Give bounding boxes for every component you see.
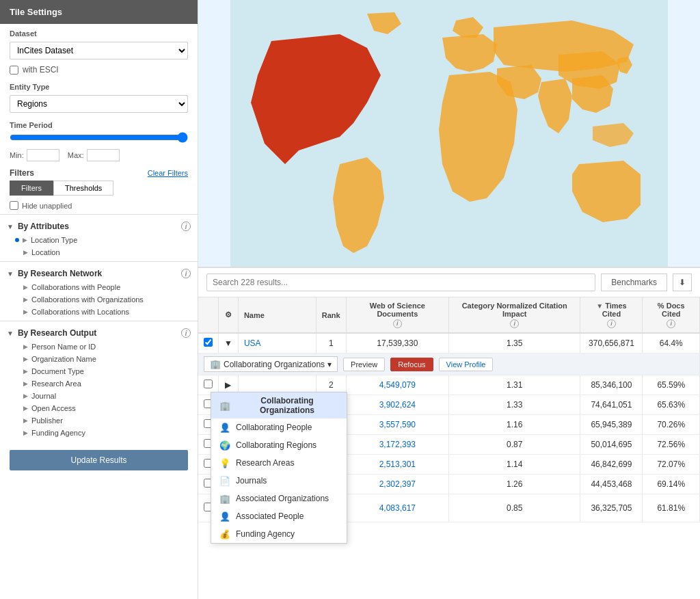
update-results-button[interactable]: Update Results [10,450,188,470]
dataset-select[interactable]: InCites Dataset [10,42,188,59]
with-esci-row: with ESCI [0,62,198,77]
time-slider [0,131,198,148]
collab-dropdown-wrapper: 🏢 Collaborating Organizations ▾ 🏢 Collab… [204,356,338,372]
popup-item-collab-regions[interactable]: 🌍 Collaborating Regions [211,436,347,454]
tab-filters[interactable]: Filters [10,181,53,196]
by-attributes-info-icon: i [181,222,191,231]
popup-item-assoc-people[interactable]: 👤 Associated People [211,507,347,525]
sort-arrow-icon[interactable]: ▼ [596,302,603,310]
filter-collabs-orgs[interactable]: ▶ Collaborations with Organizations [0,293,198,306]
filter-journal[interactable]: ▶ Journal [0,390,198,402]
row-rank-cell: 1 [316,333,346,354]
min-year-input[interactable]: 1980 [27,149,59,161]
with-esci-checkbox[interactable] [10,66,18,75]
download-button[interactable]: ⬇ [673,274,692,291]
tri-1: ▶ [23,237,27,243]
collab-org-label: Collaborating Organizations [224,360,325,369]
by-research-network-group: ▼ By Research Network i ▶ Collaborations… [0,261,198,321]
by-attributes-header[interactable]: ▼ By Attributes i [0,219,198,234]
popup-icon-collab-people: 👤 [219,422,230,433]
popup-item-funding-agency[interactable]: 💰 Funding Agency [211,525,347,543]
filters-header: Filters Clear Filters [0,163,198,181]
map-area [198,0,700,267]
filter-person-name[interactable]: ▶ Person Name or ID [0,341,198,353]
by-research-output-group: ▼ By Research Output i ▶ Person Name or … [0,321,198,442]
preview-button[interactable]: Preview [343,358,385,371]
tri-5: ▶ [23,308,28,315]
filter-publisher[interactable]: ▶ Publisher [0,414,198,427]
tri-6: ▶ [23,343,28,350]
popup-icon-assoc-people: 👤 [219,511,230,522]
with-esci-label: with ESCI [23,65,59,75]
sidebar-title: Tile Settings [0,0,198,24]
tri-12: ▶ [23,417,28,424]
filter-open-access[interactable]: ▶ Open Access [0,402,198,414]
row-cnci-cell: 1.35 [448,333,580,354]
popup-icon-assoc-orgs: 🏢 [219,493,230,504]
refocus-button[interactable]: Refocus [390,358,433,371]
expanded-row-actions: 🏢 Collaborating Organizations ▾ 🏢 Collab… [198,354,700,375]
filter-funding-agency[interactable]: ▶ Funding Agency [0,427,198,439]
filter-collabs-people[interactable]: ▶ Collaborations with People [0,281,198,293]
tab-thresholds[interactable]: Thresholds [53,181,113,196]
min-label: Min: [10,151,24,159]
dropdown-chevron-icon: ▾ [327,360,332,369]
row-checkbox[interactable] [204,338,213,347]
row-times-cell: 370,656,871 [580,333,643,354]
entity-type-select[interactable]: Regions [10,95,188,113]
table-area: Benchmarks ⬇ ⚙ Name Rank [198,267,700,599]
popup-item-journals[interactable]: 📄 Journals [211,472,347,490]
by-attributes-arrow: ▼ [7,223,14,230]
times-cited-info-icon[interactable]: i [607,319,616,328]
by-attributes-label: By Attributes [18,222,69,231]
max-year-input[interactable]: 2018 [87,149,120,161]
popup-icon-collab-orgs: 🏢 [219,400,230,411]
clear-filters-button[interactable]: Clear Filters [148,169,188,177]
view-profile-button[interactable]: View Profile [439,358,494,371]
benchmarks-button[interactable]: Benchmarks [601,274,667,291]
row-expand-icon[interactable]: ▼ [224,338,232,348]
popup-item-collab-people[interactable]: 👤 Collaborating People [211,418,347,436]
wos-docs-info-icon[interactable]: i [393,319,402,328]
col-pct-docs: % Docs Cited i [643,297,700,333]
by-research-output-arrow: ▼ [7,330,14,337]
popup-icon-journals: 📄 [219,475,230,486]
row-expand-icon[interactable]: ▶ [225,380,231,390]
filter-doc-type[interactable]: ▶ Document Type [0,365,198,377]
gear-icon[interactable]: ⚙ [225,310,232,319]
popup-item-collab-orgs[interactable]: 🏢 Collaborating Organizations [211,392,347,418]
tri-2: ▶ [23,249,28,256]
filter-location-type[interactable]: ▶ Location Type [0,234,198,246]
hide-unapplied-row: Hide unapplied [0,200,198,214]
entity-type-dropdown-row: Regions [0,92,198,116]
time-range-slider[interactable] [10,132,188,143]
dataset-dropdown-row: InCites Dataset [0,39,198,62]
pct-docs-info-icon[interactable]: i [667,319,675,328]
by-research-output-header[interactable]: ▼ By Research Output i [0,325,198,341]
filter-collabs-locations[interactable]: ▶ Collaborations with Locations [0,306,198,318]
col-wos-docs: Web of Science Documents i [346,297,448,333]
popup-icon-research-areas: 💡 [219,457,230,468]
popup-item-research-areas[interactable]: 💡 Research Areas [211,454,347,472]
row-name-cell[interactable]: USA [238,333,316,354]
hide-unapplied-checkbox[interactable] [10,201,18,210]
cnci-info-icon[interactable]: i [510,319,519,328]
by-research-network-header[interactable]: ▼ By Research Network i [0,266,198,281]
row-checkbox[interactable] [204,380,213,388]
col-rank: Rank [316,297,346,333]
search-input[interactable] [206,274,595,291]
collab-org-dropdown[interactable]: 🏢 Collaborating Organizations ▾ [204,356,338,372]
tri-4: ▶ [23,296,28,303]
by-attributes-group: ▼ By Attributes i ▶ Location Type ▶ Loca… [0,214,198,261]
filter-research-area[interactable]: ▶ Research Area [0,377,198,390]
row-expand-cell: ▼ [219,333,239,354]
tri-7: ▶ [23,356,28,362]
filter-org-name[interactable]: ▶ Organization Name [0,353,198,365]
expanded-actions-cell: 🏢 Collaborating Organizations ▾ 🏢 Collab… [198,354,700,375]
popup-icon-collab-regions: 🌍 [219,440,230,451]
tri-13: ▶ [23,429,28,436]
filters-label: Filters [10,168,34,178]
col-times-cited: ▼ Times Cited i [580,297,643,333]
popup-item-assoc-orgs[interactable]: 🏢 Associated Organizations [211,490,347,507]
filter-location[interactable]: ▶ Location [0,246,198,258]
